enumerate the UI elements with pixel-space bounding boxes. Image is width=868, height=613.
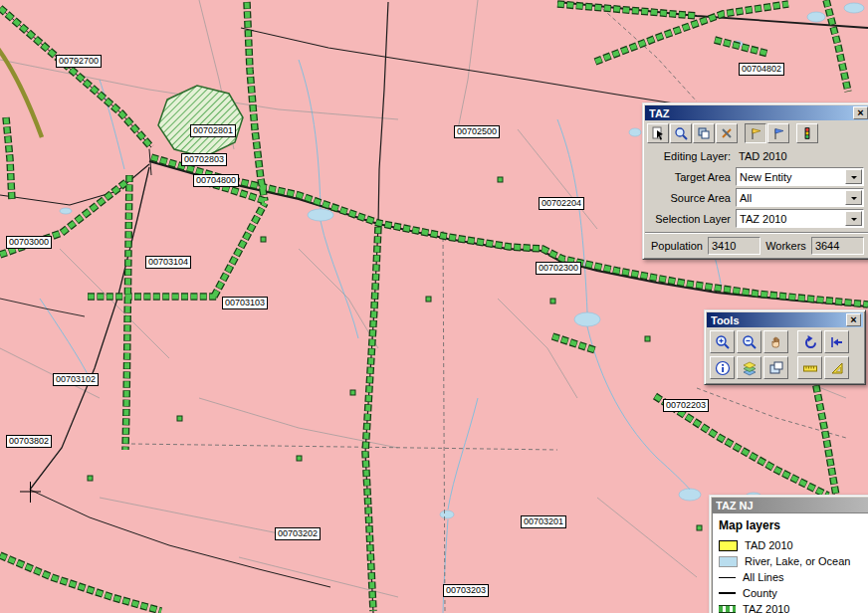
- legend-item: TAD 2010: [719, 537, 866, 553]
- population-value: 3410: [708, 237, 760, 255]
- source-area-dropdown[interactable]: All: [736, 188, 864, 207]
- taz-id-label: 00702801: [190, 124, 236, 137]
- undo-icon: [802, 334, 818, 350]
- measure-length-button[interactable]: [797, 356, 822, 379]
- undo-all-icon: [829, 334, 845, 350]
- field-row-selection-layer: Selection LayerTAZ 2010: [645, 208, 868, 229]
- taz-id-label: 00702500: [454, 125, 500, 138]
- tools-window-title: Tools: [711, 314, 846, 326]
- tools-button[interactable]: [716, 123, 738, 143]
- taz-id-label: 00792700: [56, 55, 102, 68]
- traffic-light-button[interactable]: [796, 123, 818, 143]
- legend-window-title: TAZ NJ: [716, 500, 868, 511]
- swatch-alllines-icon: [719, 577, 736, 578]
- legend-item: County: [719, 585, 866, 601]
- traffic-light-icon: [800, 126, 814, 140]
- legend-label: County: [743, 587, 777, 599]
- taz-window-titlebar[interactable]: TAZ ×: [645, 105, 868, 120]
- zoom-in-button[interactable]: [710, 330, 735, 353]
- field-row-editing-layer: Editing Layer:TAD 2010: [645, 145, 868, 166]
- layers-icon: [742, 360, 758, 376]
- taz-window-title: TAZ: [649, 107, 853, 119]
- magnifier-icon: [674, 126, 688, 140]
- swatch-county-icon: [719, 592, 736, 594]
- zoom-in-icon: [715, 334, 731, 350]
- taz-id-label: 00702803: [181, 153, 227, 166]
- taz-id-label: 00703000: [6, 236, 52, 249]
- info-button[interactable]: [710, 356, 735, 379]
- map-view: 0079270000704802007028010070250000702803…: [0, 0, 868, 613]
- info-icon: [715, 360, 731, 376]
- close-icon[interactable]: ×: [846, 313, 861, 326]
- chevron-down-icon[interactable]: [845, 190, 862, 205]
- tools-icon: [720, 126, 734, 140]
- population-label: Population: [651, 240, 703, 252]
- taz-id-label: 00702204: [539, 197, 584, 210]
- flag-yellow-button[interactable]: [745, 123, 766, 143]
- legend-body: Map layers TAD 2010River, Lake, or Ocean…: [712, 512, 868, 613]
- pan-button[interactable]: [763, 330, 788, 353]
- magnifier-button[interactable]: [670, 123, 692, 143]
- chevron-down-icon[interactable]: [845, 211, 862, 226]
- source-area-label: Source Area: [645, 192, 736, 204]
- legend-label: TAD 2010: [745, 539, 793, 551]
- field-row-source-area: Source AreaAll: [645, 187, 868, 208]
- legend-window: TAZ NJ Map layers TAD 2010River, Lake, o…: [709, 495, 868, 613]
- pan-hand-icon: [768, 334, 784, 350]
- select-feature-button[interactable]: [647, 123, 669, 143]
- legend-label: All Lines: [743, 571, 784, 583]
- overlap-view-button[interactable]: [693, 123, 715, 143]
- close-icon[interactable]: ×: [853, 106, 868, 119]
- legend-item: TAZ 2010: [719, 601, 866, 613]
- swatch-tad-icon: [719, 540, 738, 551]
- legend-items: TAD 2010River, Lake, or OceanAll LinesCo…: [719, 537, 866, 613]
- map-windows-button[interactable]: [763, 356, 788, 379]
- tools-row-2: [707, 353, 863, 379]
- taz-id-label: 00703103: [222, 297, 268, 309]
- tools-window-titlebar[interactable]: Tools ×: [707, 312, 863, 327]
- taz-id-label: 00703802: [6, 435, 52, 448]
- taz-form: Editing Layer:TAD 2010Target AreaNew Ent…: [645, 145, 868, 229]
- taz-stats: Population 3410 Workers 3644: [645, 232, 868, 257]
- taz-id-label: 00703203: [443, 584, 489, 597]
- undo-button[interactable]: [797, 330, 822, 353]
- zoom-out-button[interactable]: [737, 330, 761, 353]
- workers-value: 3644: [811, 237, 864, 255]
- selection-layer-label: Selection Layer: [645, 213, 736, 225]
- target-area-label: Target Area: [645, 171, 736, 183]
- overlap-view-icon: [697, 126, 711, 140]
- taz-id-label: 00703102: [53, 373, 99, 386]
- zoom-out-icon: [742, 334, 758, 350]
- workers-label: Workers: [765, 240, 806, 252]
- target-area-dropdown[interactable]: New Entity: [736, 167, 864, 186]
- measure-area-button[interactable]: [824, 356, 849, 379]
- layers-button[interactable]: [737, 356, 761, 379]
- flag-blue-icon: [771, 126, 785, 140]
- select-feature-icon: [651, 126, 665, 140]
- taz-id-label: 00704800: [193, 174, 239, 187]
- legend-heading: Map layers: [719, 518, 866, 532]
- flag-blue-button[interactable]: [767, 123, 789, 143]
- taz-window: TAZ ×: [642, 102, 868, 260]
- swatch-water-icon: [719, 556, 738, 567]
- editing-layer-value: TAD 2010: [736, 150, 864, 162]
- legend-label: TAZ 2010: [743, 603, 790, 613]
- taz-id-label: 00702203: [663, 399, 709, 412]
- selection-layer-dropdown[interactable]: TAZ 2010: [736, 209, 864, 228]
- swatch-taz-icon: [719, 605, 736, 613]
- taz-id-label: 00704802: [739, 63, 784, 76]
- chevron-down-icon[interactable]: [845, 169, 862, 184]
- taz-id-label: 00703104: [145, 256, 191, 269]
- taz-toolbar: [645, 120, 868, 145]
- tools-row-1: [707, 327, 863, 353]
- undo-all-button[interactable]: [824, 330, 849, 353]
- legend-window-titlebar[interactable]: TAZ NJ: [712, 498, 868, 512]
- map-windows-icon: [768, 360, 784, 376]
- measure-area-icon: [829, 360, 845, 376]
- taz-id-label: 00703201: [521, 515, 566, 528]
- legend-label: River, Lake, or Ocean: [745, 555, 850, 567]
- taz-id-label: 00702300: [536, 262, 581, 275]
- tools-window: Tools ×: [704, 309, 866, 385]
- flag-yellow-icon: [749, 126, 762, 140]
- field-row-target-area: Target AreaNew Entity: [645, 166, 868, 187]
